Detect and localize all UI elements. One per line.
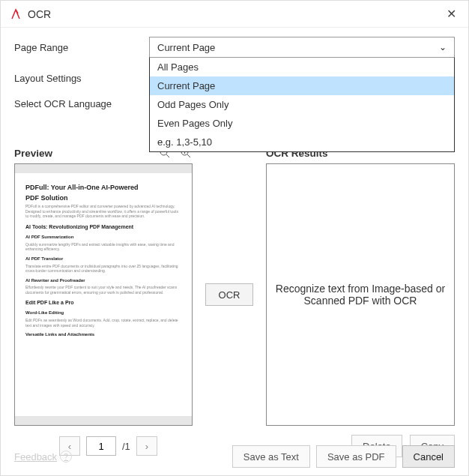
close-icon[interactable]: ✕ [444, 7, 459, 21]
doc-h3d: Word-Like Editing [25, 310, 181, 316]
doc-h1b: PDF Solution [25, 194, 181, 203]
page-range-select[interactable]: Current Page ⌄ [149, 37, 455, 58]
preview-title: Preview [14, 148, 52, 159]
preview-panel: Preview PDFull: Your All-in-One AI-Power… [14, 145, 193, 426]
window-title: OCR [28, 8, 51, 20]
mid-area: Preview PDFull: Your All-in-One AI-Power… [14, 145, 455, 426]
label-ocr-language: Select OCR Language [14, 98, 149, 109]
doc-p4: Effortlessly rewrite your PDF content to… [25, 285, 181, 295]
results-placeholder: Recognize text from Image-based or Scann… [274, 283, 447, 307]
center-column: OCR [203, 145, 255, 426]
field-page-range: Current Page ⌄ All Pages Current Page Od… [149, 37, 455, 58]
doc-h3c: AI Rewriter and Proofreader [25, 278, 181, 284]
content-area: Page Range Current Page ⌄ All Pages Curr… [1, 28, 468, 457]
doc-h2a: AI Tools: Revolutionizing PDF Management [25, 223, 181, 230]
preview-viewport: PDFull: Your All-in-One AI-Powered PDF S… [14, 163, 193, 426]
chevron-down-icon: ⌄ [439, 42, 447, 52]
doc-h3e: Versatile Links and Attachments [25, 332, 181, 338]
page-range-selected: Current Page [157, 42, 215, 53]
preview-bottom-margin [15, 416, 192, 425]
titlebar-left: OCR [10, 8, 51, 20]
dropdown-option-odd[interactable]: Odd Pages Only [150, 95, 454, 114]
preview-top-margin [15, 164, 192, 173]
app-icon [10, 8, 22, 20]
row-page-range: Page Range Current Page ⌄ All Pages Curr… [14, 37, 455, 58]
feedback-link[interactable]: Feedback ? [14, 451, 72, 463]
footer: Feedback ? Save as Text Save as PDF Canc… [14, 445, 455, 468]
dropdown-option-even[interactable]: Even Pages Only [150, 114, 454, 133]
dropdown-option-current[interactable]: Current Page [150, 76, 454, 95]
label-page-range: Page Range [14, 42, 149, 53]
doc-p2: Quickly summarize lengthy PDFs and extra… [25, 242, 181, 252]
doc-h3b: AI PDF Translator [25, 256, 181, 262]
footer-buttons: Save as Text Save as PDF Cancel [232, 445, 455, 468]
doc-p3: Translate entire PDF documents or indivi… [25, 264, 181, 274]
cancel-button[interactable]: Cancel [402, 445, 455, 468]
ocr-button[interactable]: OCR [205, 283, 253, 306]
doc-p1: PDFull is a comprehensive PDF editor and… [25, 204, 181, 219]
label-layout-settings: Layout Settings [14, 73, 149, 84]
doc-h1a: PDFull: Your All-in-One AI-Powered [25, 184, 181, 193]
save-as-pdf-button[interactable]: Save as PDF [316, 445, 396, 468]
titlebar: OCR ✕ [1, 1, 468, 28]
save-as-text-button[interactable]: Save as Text [232, 445, 310, 468]
svg-line-1 [166, 154, 169, 157]
results-panel: OCR Results Recognize text from Image-ba… [266, 145, 455, 426]
svg-line-4 [187, 154, 190, 157]
doc-h3a: AI PDF Summarization [25, 235, 181, 241]
preview-page: PDFull: Your All-in-One AI-Powered PDF S… [15, 173, 192, 416]
page-range-dropdown: All Pages Current Page Odd Pages Only Ev… [149, 57, 455, 152]
doc-p5: Edit PDFs as seamlessly as Word document… [25, 318, 181, 328]
results-viewport: Recognize text from Image-based or Scann… [266, 163, 455, 426]
feedback-label: Feedback [14, 451, 57, 463]
dropdown-option-custom[interactable]: e.g. 1,3-5,10 [150, 133, 454, 151]
feedback-help-icon: ? [60, 451, 72, 463]
dropdown-option-all[interactable]: All Pages [150, 58, 454, 76]
doc-h2b: Edit PDF Like a Pro [25, 299, 181, 306]
